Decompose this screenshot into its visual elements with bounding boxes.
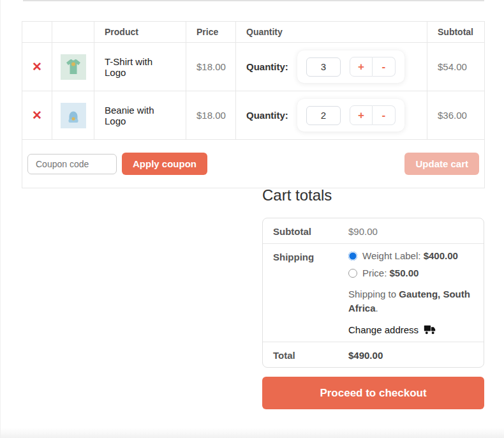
cart-header-row: Product Price Quantity Subtotal — [22, 22, 485, 43]
product-name[interactable]: Beanie with Logo — [94, 91, 186, 140]
cart-row-tshirt: ✕ T-Shirt with Logo $18.00 Quant — [22, 43, 485, 91]
update-cart-button[interactable]: Update cart — [404, 153, 479, 175]
quantity-label: Quantity: — [246, 61, 288, 72]
line-subtotal: $36.00 — [427, 91, 485, 140]
shipping-option-amount: $50.00 — [390, 268, 419, 278]
radio-selected-icon[interactable] — [348, 252, 357, 261]
subtotal-value: $90.00 — [348, 225, 378, 237]
shipping-row: Shipping Weight Label: $400.00 Price: $5… — [263, 244, 484, 342]
cart-table: Product Price Quantity Subtotal ✕ — [22, 21, 485, 188]
quantity-cell: Quantity: + - — [236, 43, 427, 91]
total-label: Total — [273, 349, 348, 361]
header-product: Product — [94, 22, 186, 43]
shipping-destination: Shipping to Gauteng, South Africa. — [348, 287, 473, 315]
quantity-widget: + - — [297, 50, 404, 83]
beanie-thumbnail[interactable] — [61, 103, 86, 128]
quantity-decrease-button[interactable]: - — [373, 57, 396, 77]
quantity-widget: + - — [297, 99, 404, 132]
thumbnail-cell — [52, 43, 94, 91]
cart-totals-title: Cart totals — [262, 186, 332, 204]
product-price: $18.00 — [186, 43, 236, 91]
quantity-increase-button[interactable]: + — [350, 105, 373, 125]
apply-coupon-button[interactable]: Apply coupon — [122, 153, 207, 175]
total-row: Total $490.00 — [263, 342, 484, 367]
cart-row-beanie: ✕ Beanie with Logo $18.00 — [22, 91, 485, 140]
bottom-fade — [1, 428, 504, 438]
shipping-option-text: Weight Label: $400.00 — [362, 250, 458, 261]
product-name[interactable]: T-Shirt with Logo — [94, 43, 186, 91]
quantity-input[interactable] — [306, 106, 341, 125]
product-price: $18.00 — [186, 91, 236, 140]
header-thumbnail — [52, 22, 94, 43]
remove-item-icon[interactable]: ✕ — [32, 61, 42, 73]
radio-unselected-icon[interactable] — [348, 269, 357, 278]
shipping-option-price[interactable]: Price: $50.00 — [348, 268, 473, 278]
remove-cell: ✕ — [22, 91, 52, 140]
remove-item-icon[interactable]: ✕ — [32, 109, 42, 121]
shipping-option-text: Price: $50.00 — [362, 268, 419, 278]
quantity-decrease-button[interactable]: - — [373, 105, 396, 125]
header-subtotal: Subtotal — [427, 22, 485, 43]
proceed-to-checkout-button[interactable]: Proceed to checkout — [262, 377, 484, 409]
remove-cell: ✕ — [22, 43, 52, 91]
header-price: Price — [186, 22, 236, 43]
thumbnail-cell — [52, 91, 94, 140]
change-address-link[interactable]: Change address — [348, 324, 473, 335]
cart-totals-box: Subtotal $90.00 Shipping Weight Label: $… — [262, 218, 484, 368]
coupon-actions-row: Apply coupon Update cart — [22, 140, 485, 188]
header-quantity: Quantity — [236, 22, 427, 43]
line-subtotal: $54.00 — [427, 43, 485, 91]
truck-icon — [424, 325, 436, 335]
shipping-option-weight-label[interactable]: Weight Label: $400.00 — [348, 250, 473, 261]
subtotal-row: Subtotal $90.00 — [263, 218, 484, 244]
shipping-label: Shipping — [273, 250, 348, 335]
quantity-increase-button[interactable]: + — [350, 57, 373, 77]
cart-page: Product Price Quantity Subtotal ✕ — [0, 0, 504, 438]
top-divider — [23, 0, 484, 1]
header-remove — [22, 22, 52, 43]
subtotal-label: Subtotal — [273, 225, 348, 237]
coupon-code-input[interactable] — [27, 154, 117, 174]
quantity-cell: Quantity: + - — [236, 91, 427, 140]
change-address-label: Change address — [348, 324, 419, 335]
shipping-option-amount: $400.00 — [424, 250, 458, 261]
total-value: $490.00 — [348, 349, 383, 361]
quantity-input[interactable] — [306, 57, 341, 77]
tshirt-thumbnail[interactable] — [61, 54, 86, 80]
quantity-label: Quantity: — [246, 110, 288, 121]
